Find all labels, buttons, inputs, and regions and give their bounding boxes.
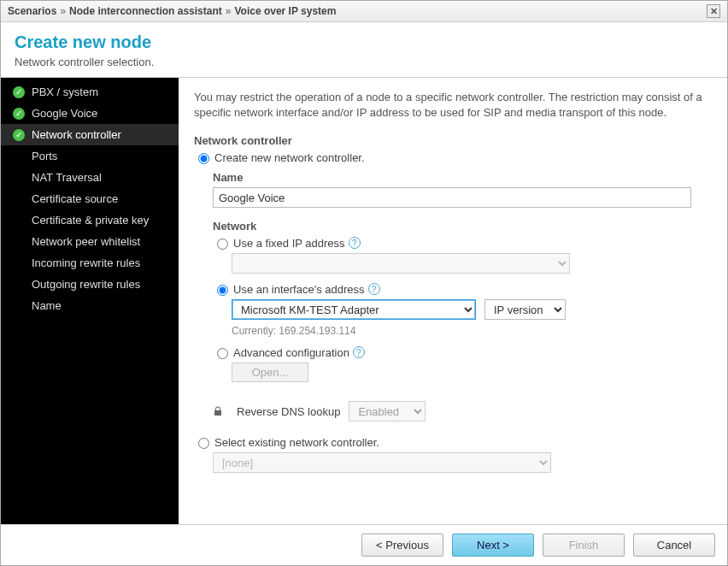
radio-interface-label: Use an interface's address bbox=[233, 283, 365, 296]
sidebar: ✓ PBX / system ✓ Google Voice ✓ Network … bbox=[1, 78, 179, 524]
breadcrumb-sep-icon: » bbox=[226, 5, 232, 17]
breadcrumb-3: Voice over IP system bbox=[234, 5, 336, 17]
sidebar-item-pbx[interactable]: ✓ PBX / system bbox=[1, 81, 179, 103]
currently-value: 169.254.193.114 bbox=[279, 325, 355, 337]
ip-version-select[interactable]: IP version 4 bbox=[484, 299, 566, 320]
radio-create-new[interactable] bbox=[198, 153, 209, 164]
sidebar-item-label: Network controller bbox=[32, 128, 121, 141]
check-icon: ✓ bbox=[13, 129, 25, 141]
finish-button: Finish bbox=[543, 534, 625, 557]
sidebar-item-label: Certificate & private key bbox=[32, 214, 149, 227]
fixed-ip-select bbox=[232, 253, 570, 274]
sidebar-item-nat[interactable]: NAT Traversal bbox=[1, 167, 179, 188]
radio-existing-label: Select existing network controller. bbox=[214, 436, 379, 449]
sidebar-item-label: Google Voice bbox=[32, 107, 97, 120]
existing-select: [none] bbox=[213, 452, 551, 473]
check-icon: ✓ bbox=[13, 108, 25, 120]
help-icon[interactable]: ? bbox=[353, 346, 365, 358]
sidebar-item-label: Ports bbox=[32, 150, 57, 162]
radio-advanced-label: Advanced configuration bbox=[233, 346, 349, 359]
sidebar-item-cert-key[interactable]: Certificate & private key bbox=[1, 209, 179, 231]
help-icon[interactable]: ? bbox=[368, 283, 380, 295]
open-button: Open... bbox=[232, 363, 308, 382]
radio-existing[interactable] bbox=[198, 438, 209, 449]
breadcrumb-sep-icon: » bbox=[60, 5, 66, 17]
currently-label: Currently: bbox=[232, 325, 276, 337]
footer: < Previous Next > Finish Cancel bbox=[1, 525, 727, 565]
page-title: Create new node bbox=[15, 32, 713, 52]
radio-interface[interactable] bbox=[217, 285, 228, 296]
sidebar-item-incoming-rules[interactable]: Incoming rewrite rules bbox=[1, 252, 179, 274]
intro-text: You may restrict the operation of a node… bbox=[194, 90, 710, 121]
previous-button[interactable]: < Previous bbox=[361, 534, 443, 557]
sidebar-item-label: NAT Traversal bbox=[32, 171, 102, 184]
next-button[interactable]: Next > bbox=[452, 534, 534, 557]
sidebar-item-label: Certificate source bbox=[32, 192, 118, 205]
dns-label: Reverse DNS lookup bbox=[237, 405, 340, 418]
sidebar-item-whitelist[interactable]: Network peer whitelist bbox=[1, 231, 179, 252]
sidebar-item-label: PBX / system bbox=[32, 85, 98, 98]
sidebar-item-google-voice[interactable]: ✓ Google Voice bbox=[1, 103, 179, 124]
breadcrumb-2: Node interconnection assistant bbox=[69, 5, 222, 17]
help-icon[interactable]: ? bbox=[349, 237, 361, 249]
breadcrumb-1: Scenarios bbox=[8, 5, 56, 17]
sidebar-item-label: Name bbox=[32, 299, 62, 312]
radio-fixed-ip[interactable] bbox=[217, 239, 228, 250]
name-input[interactable] bbox=[213, 187, 691, 208]
sidebar-item-name[interactable]: Name bbox=[1, 295, 179, 316]
lock-icon bbox=[213, 406, 223, 416]
radio-advanced[interactable] bbox=[217, 348, 228, 359]
sidebar-item-label: Incoming rewrite rules bbox=[32, 256, 140, 269]
radio-create-new-label: Create new network controller. bbox=[214, 151, 365, 164]
sidebar-item-outgoing-rules[interactable]: Outgoing rewrite rules bbox=[1, 274, 179, 295]
sidebar-item-network-controller[interactable]: ✓ Network controller bbox=[1, 124, 179, 145]
dialog: Scenarios » Node interconnection assista… bbox=[0, 0, 728, 566]
sidebar-item-cert-source[interactable]: Certificate source bbox=[1, 188, 179, 209]
close-icon[interactable]: ✕ bbox=[707, 4, 720, 18]
dns-select: Enabled bbox=[349, 401, 426, 422]
radio-fixed-ip-label: Use a fixed IP address bbox=[233, 237, 345, 250]
sidebar-item-ports[interactable]: Ports bbox=[1, 145, 179, 167]
section-network-controller: Network controller bbox=[194, 134, 710, 147]
titlebar: Scenarios » Node interconnection assista… bbox=[1, 1, 727, 22]
name-label: Name bbox=[213, 171, 710, 184]
interface-select[interactable]: Microsoft KM-TEST Adapter bbox=[232, 299, 476, 320]
sidebar-item-label: Outgoing rewrite rules bbox=[32, 278, 140, 291]
page-subtitle: Network controller selection. bbox=[15, 56, 713, 68]
cancel-button[interactable]: Cancel bbox=[633, 534, 715, 557]
network-label: Network bbox=[213, 220, 710, 233]
check-icon: ✓ bbox=[13, 86, 25, 98]
content-pane: You may restrict the operation of a node… bbox=[179, 78, 727, 524]
sidebar-item-label: Network peer whitelist bbox=[32, 235, 140, 248]
header: Create new node Network controller selec… bbox=[1, 22, 727, 78]
